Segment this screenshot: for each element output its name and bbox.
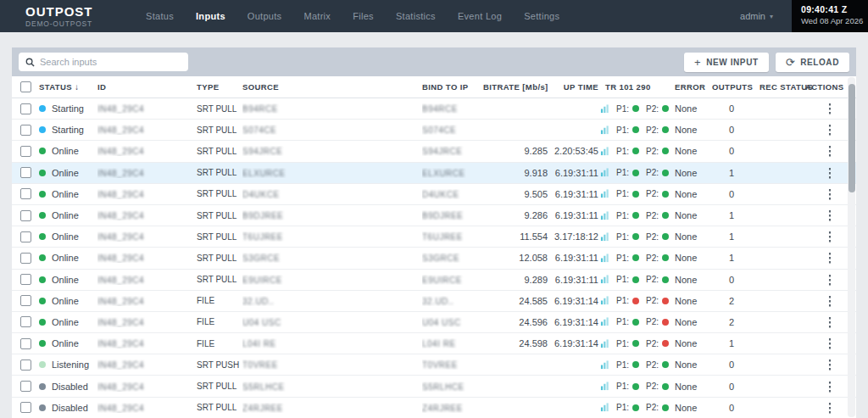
tr-analysis-icon [600,317,609,326]
col-error[interactable]: ERROR [671,82,712,92]
table-row[interactable]: StartingIN48_29C4SRT PULLS074CES074CE P1… [12,120,856,141]
error-cell: None [671,359,712,370]
p1-label: P1: [616,275,629,284]
outputs-cell: 0 [712,189,751,199]
row-checkbox[interactable] [20,338,31,349]
kebab-menu-icon[interactable]: ⋮ [824,102,836,115]
row-checkbox[interactable] [20,167,31,178]
col-rec-status[interactable]: REC STATUS [751,82,805,92]
kebab-menu-icon[interactable]: ⋮ [824,144,836,158]
col-status[interactable]: STATUS↓ [39,82,97,92]
col-bind-to-ip[interactable]: BIND TO IP [422,82,483,92]
row-checkbox[interactable] [20,359,31,371]
col-bitrate[interactable]: BITRATE [Mb/s] [483,82,549,92]
row-checkbox[interactable] [20,188,31,199]
bitrate-cell: 9.289 [483,275,549,285]
table-row[interactable]: ListeningIN48_29C4SRT PUSHT0VREET0VREE P… [12,354,856,376]
kebab-menu-icon[interactable]: ⋮ [824,209,836,222]
row-checkbox[interactable] [20,402,31,413]
search-icon [25,58,35,67]
outputs-cell: 0 [712,403,751,413]
table-row[interactable]: OnlineIN48_29C4SRT PULLELXURCEELXURCE9.9… [12,163,856,184]
table-row[interactable]: OnlineIN48_29C4SRT PULLD4UKCED4UKCE9.505… [12,184,856,205]
nav-item-settings[interactable]: Settings [524,11,559,21]
scrollbar-thumb[interactable] [849,84,855,192]
table-row[interactable]: OnlineIN48_29C4SRT PULLS94JRCES94JRCE9.2… [12,141,856,162]
kebab-menu-icon[interactable]: ⋮ [824,230,836,243]
tr-analysis-icon [600,232,609,242]
table-row[interactable]: OnlineIN48_29C4SRT PULLE9UIRCEE9UIRCE9.2… [12,270,856,291]
col-id[interactable]: ID [97,82,197,92]
bind-to-ip-value: U04 USC [422,318,461,327]
nav-item-statistics[interactable]: Statistics [396,11,436,21]
row-checkbox[interactable] [20,274,31,285]
kebab-menu-icon[interactable]: ⋮ [824,380,836,393]
row-checkbox[interactable] [20,125,31,136]
user-menu[interactable]: admin ▾ [740,11,773,21]
kebab-menu-icon[interactable]: ⋮ [824,337,836,350]
col-source[interactable]: SOURCE [242,82,422,92]
kebab-menu-icon[interactable]: ⋮ [824,273,836,287]
source-value: T0VREE [242,360,278,370]
kebab-menu-icon[interactable]: ⋮ [824,123,836,137]
reload-button[interactable]: ⟳ RELOAD [776,53,849,72]
row-checkbox[interactable] [20,253,31,264]
col-up-time[interactable]: UP TIME [549,82,600,92]
row-checkbox[interactable] [20,146,31,157]
kebab-menu-icon[interactable]: ⋮ [824,166,836,180]
nav-item-matrix[interactable]: Matrix [303,11,331,21]
kebab-menu-icon[interactable]: ⋮ [824,358,836,371]
row-checkbox[interactable] [20,295,31,306]
outputs-cell: 2 [712,296,751,306]
id-cell: IN48_29C4 [97,146,197,156]
input-id: IN48_29C4 [97,339,144,348]
kebab-menu-icon[interactable]: ⋮ [824,294,836,308]
row-checkbox[interactable] [20,231,31,242]
table-row[interactable]: StartingIN48_29C4SRT PULLB94RCEB94RCE P1… [12,98,856,120]
table-row[interactable]: OnlineIN48_29C4SRT PULLB9DJREEB9DJREE9.2… [12,205,856,226]
p1-label: P1: [616,104,629,114]
kebab-menu-icon[interactable]: ⋮ [824,401,836,415]
col-outputs[interactable]: OUTPUTS [712,82,751,92]
row-checkbox[interactable] [20,103,31,114]
nav-item-event-log[interactable]: Event Log [458,11,502,21]
row-checkbox[interactable] [20,210,31,221]
status-label: Starting [52,103,84,114]
nav-item-inputs[interactable]: Inputs [196,11,225,21]
col-type[interactable]: TYPE [197,82,242,92]
table-row[interactable]: OnlineIN48_29C4SRT PULLT6UJREET6UJREE11.… [12,226,856,248]
tr-analysis-icon [600,339,609,348]
table-scrollbar[interactable] [848,77,855,417]
table-row[interactable]: OnlineIN48_29C4FILE32.UD..32.UD..24.5856… [12,291,856,312]
table-row[interactable]: DisabledIN48_29C4SRT PULLZ4RJREEZ4RJREE … [12,398,856,418]
tr-101-290-cell: P1:P2: [600,403,671,412]
col-tr-101-290[interactable]: TR 101 290 [600,82,671,92]
bind-to-ip-cell: S94JRCE [422,146,483,156]
p2-label: P2: [646,296,659,305]
table-row[interactable]: OnlineIN48_29C4FILEU04 USCU04 USC24.5966… [12,312,856,333]
nav-item-status[interactable]: Status [146,11,174,21]
search-input[interactable] [40,57,181,67]
table-row[interactable]: OnlineIN48_29C4SRT PULLS3GRCES3GRCE12.05… [12,248,856,269]
type-cell: SRT PULL [197,254,242,263]
table-row[interactable]: DisabledIN48_29C4SRT PULLS5RLHCES5RLHCE … [12,376,856,397]
row-checkbox[interactable] [20,316,31,327]
new-input-button[interactable]: + NEW INPUT [684,53,769,72]
row-checkbox[interactable] [20,381,31,392]
source-value: 32.UD.. [242,297,274,306]
select-all-checkbox[interactable] [20,81,31,92]
nav-item-files[interactable]: Files [353,11,374,21]
kebab-menu-icon[interactable]: ⋮ [824,251,836,265]
kebab-menu-icon[interactable]: ⋮ [824,315,836,329]
status-label: Online [52,210,79,220]
nav-item-outputs[interactable]: Outputs [248,11,282,21]
outputs-cell: 1 [712,338,751,348]
p1-status-dot [632,340,639,347]
error-cell: None [671,338,712,348]
table-row[interactable]: OnlineIN48_29C4FILEL04I REL04I RE24.5986… [12,333,856,354]
bitrate-cell: 24.596 [483,317,549,327]
search-box[interactable] [19,53,188,71]
error-cell: None [671,103,712,114]
kebab-menu-icon[interactable]: ⋮ [824,187,836,201]
status-cell: Listening [39,359,97,370]
